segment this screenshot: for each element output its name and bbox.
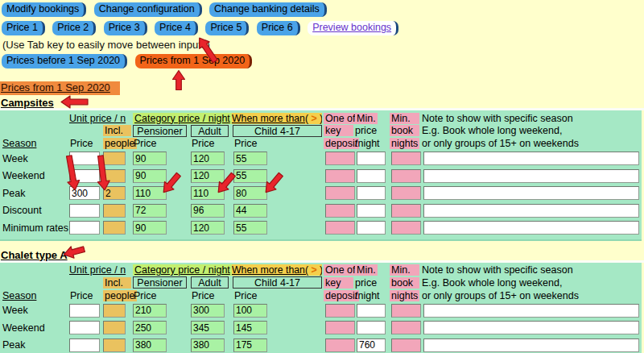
one-off-header-line2: key <box>324 277 353 289</box>
pensioner-price-input[interactable] <box>133 304 167 318</box>
preview-bookings-link[interactable]: Preview bookings <box>308 21 398 35</box>
one-off-deposit-input[interactable] <box>325 338 355 352</box>
note-input[interactable] <box>423 169 639 183</box>
child-price-input[interactable] <box>233 221 267 235</box>
price-3-button[interactable]: Price 3 <box>104 21 147 35</box>
unit-price-input[interactable] <box>69 221 100 235</box>
note-input[interactable] <box>423 221 639 235</box>
season-header: Season <box>0 138 36 149</box>
min-price-night-input[interactable] <box>357 304 386 318</box>
one-off-deposit-input[interactable] <box>325 221 355 235</box>
min-price-header-line3: /night <box>355 290 380 301</box>
incl-people-input[interactable] <box>103 338 126 352</box>
season-label: Discount <box>0 205 42 216</box>
one-off-deposit-input[interactable] <box>325 152 355 165</box>
price-5-button[interactable]: Price 5 <box>205 21 249 35</box>
season-label: Week <box>0 153 28 164</box>
min-book-nights-input[interactable] <box>391 304 421 318</box>
table-header-row-3: Season Price people Price Price Price de… <box>0 137 642 150</box>
adult-price-input[interactable] <box>191 221 225 235</box>
one-off-deposit-input[interactable] <box>325 169 355 183</box>
one-off-deposit-input[interactable] <box>325 204 355 218</box>
note-input[interactable] <box>423 321 639 334</box>
table-title: Chalet type A <box>1 249 68 261</box>
greater-than-symbol: > <box>308 113 320 124</box>
pensioner-category-box: Pensioner <box>133 276 187 289</box>
incl-people-input[interactable] <box>103 221 126 235</box>
note-input[interactable] <box>423 152 639 165</box>
min-price-night-input[interactable] <box>357 221 386 235</box>
min-book-nights-input[interactable] <box>391 321 421 334</box>
pensioner-price-input[interactable] <box>133 338 167 352</box>
min-price-night-input[interactable] <box>357 204 386 218</box>
min-book-nights-input[interactable] <box>391 186 421 200</box>
child-price-input[interactable] <box>233 338 267 352</box>
adult-price-input[interactable] <box>191 152 225 165</box>
adult-price-col-label: Price <box>192 290 214 301</box>
pensioner-price-input[interactable] <box>133 152 167 165</box>
preview-bookings-link-label: Preview bookings <box>312 22 391 33</box>
prices-before-button[interactable]: Prices before 1 Sep 2020 <box>2 54 127 69</box>
price-2-button[interactable]: Price 2 <box>52 21 96 35</box>
modify-bookings-button[interactable]: Modify bookings <box>2 2 86 17</box>
note-header-line2: E.g. Book whole long weekend, <box>422 125 562 136</box>
unit-price-input[interactable] <box>69 204 100 218</box>
change-banking-details-button[interactable]: Change banking details <box>209 2 327 17</box>
note-input[interactable] <box>423 338 639 352</box>
price-6-button[interactable]: Price 6 <box>257 21 300 35</box>
min-book-header-line3: nights <box>390 138 419 149</box>
incl-people-input[interactable] <box>103 204 126 218</box>
note-input[interactable] <box>423 204 639 218</box>
child-price-input[interactable] <box>233 321 267 334</box>
unit-price-input[interactable] <box>69 321 100 334</box>
season-label: Weekend <box>0 322 45 334</box>
note-input[interactable] <box>423 304 639 318</box>
min-price-night-input[interactable] <box>357 186 386 200</box>
when-more-than-header: When more than( > ) <box>232 264 322 276</box>
price-4-button[interactable]: Price 4 <box>155 21 198 35</box>
unit-price-input[interactable] <box>69 304 100 318</box>
season-row: Week <box>0 302 642 320</box>
min-book-nights-input[interactable] <box>391 204 421 218</box>
child-price-input[interactable] <box>233 152 267 165</box>
table-header-row-2: Incl. Pensioner Adult Child 4-17 key pri… <box>0 276 642 289</box>
season-row: Peak <box>0 337 642 353</box>
table-header-row-1: Unit price / n Category price / night Wh… <box>0 112 642 124</box>
change-configuration-button[interactable]: Change configuration <box>94 2 202 17</box>
prices-from-button[interactable]: Prices from 1 Sep 2020 <box>135 54 253 69</box>
adult-price-input[interactable] <box>191 304 225 318</box>
min-book-nights-input[interactable] <box>391 152 421 165</box>
child-price-input[interactable] <box>233 169 267 183</box>
min-price-night-input[interactable] <box>357 321 386 334</box>
child-price-col-label: Price <box>234 290 257 301</box>
adult-price-input[interactable] <box>191 338 225 352</box>
pensioner-price-input[interactable] <box>133 321 167 334</box>
adult-price-col-label: Price <box>192 138 214 149</box>
one-off-deposit-input[interactable] <box>325 186 355 200</box>
min-book-nights-input[interactable] <box>391 169 421 183</box>
incl-people-input[interactable] <box>103 321 126 334</box>
min-price-night-input[interactable] <box>357 338 386 352</box>
one-off-deposit-input[interactable] <box>325 304 355 318</box>
adult-price-input[interactable] <box>191 204 225 218</box>
note-header-line1: Note to show with specific season <box>422 113 573 124</box>
pensioner-price-input[interactable] <box>133 221 167 235</box>
min-book-header-line2: book <box>390 277 419 289</box>
child-price-input[interactable] <box>233 304 267 318</box>
price-toolbar: Price 1 Price 2 Price 3 Price 4 Price 5 … <box>2 21 644 35</box>
unit-price-input[interactable] <box>69 338 100 352</box>
pensioner-price-input[interactable] <box>133 204 167 218</box>
incl-people-input[interactable] <box>103 304 126 318</box>
min-book-nights-input[interactable] <box>391 221 421 235</box>
min-price-night-input[interactable] <box>357 169 386 183</box>
child-price-input[interactable] <box>233 204 267 218</box>
pricing-admin-page: Modify bookings Change configuration Cha… <box>0 0 644 353</box>
min-price-night-input[interactable] <box>357 152 386 165</box>
one-off-deposit-input[interactable] <box>325 321 355 334</box>
note-input[interactable] <box>423 186 639 200</box>
price-1-button[interactable]: Price 1 <box>2 21 45 35</box>
min-book-nights-input[interactable] <box>391 338 421 352</box>
min-book-header-line1: Min. <box>390 113 419 124</box>
adult-price-input[interactable] <box>191 321 225 334</box>
pensioner-price-input[interactable] <box>133 169 167 183</box>
